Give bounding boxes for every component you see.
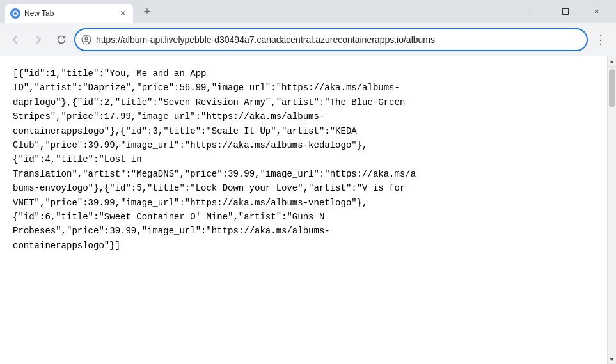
forward-button[interactable] [28,29,49,50]
title-bar-left: New Tab ✕ + [5,0,520,23]
window-controls: ✕ [520,0,611,23]
new-tab-button[interactable]: + [138,3,156,20]
address-bar[interactable] [74,28,588,51]
svg-rect-3 [563,9,569,15]
browser-toolbar: ⋮ [0,23,616,56]
tab-title: New Tab [24,9,114,18]
tab-container: New Tab ✕ [5,0,133,23]
title-bar: New Tab ✕ + ✕ [0,0,616,23]
security-icon [81,34,92,45]
close-button[interactable]: ✕ [581,0,611,23]
svg-point-5 [85,37,88,40]
vertical-scrollbar[interactable]: ▲ ▼ [607,56,616,364]
url-input[interactable] [96,35,581,45]
svg-point-1 [14,12,17,15]
maximize-button[interactable] [551,0,580,23]
content-area: [{"id":1,"title":"You, Me and an App ID"… [0,56,616,364]
back-button[interactable] [5,29,26,50]
svg-rect-2 [532,12,538,12]
json-content: [{"id":1,"title":"You, Me and an App ID"… [0,56,607,364]
tab-favicon [10,8,20,19]
scrollbar-thumb[interactable] [609,69,615,107]
scrollbar-track[interactable] [608,67,616,354]
scroll-up-button[interactable]: ▲ [608,56,617,67]
reload-button[interactable] [51,29,72,50]
active-tab[interactable]: New Tab ✕ [5,4,133,23]
tab-close-button[interactable]: ✕ [118,8,128,19]
chrome-menu-button[interactable]: ⋮ [590,29,611,50]
minimize-button[interactable] [520,0,549,23]
scroll-down-button[interactable]: ▼ [608,354,617,364]
